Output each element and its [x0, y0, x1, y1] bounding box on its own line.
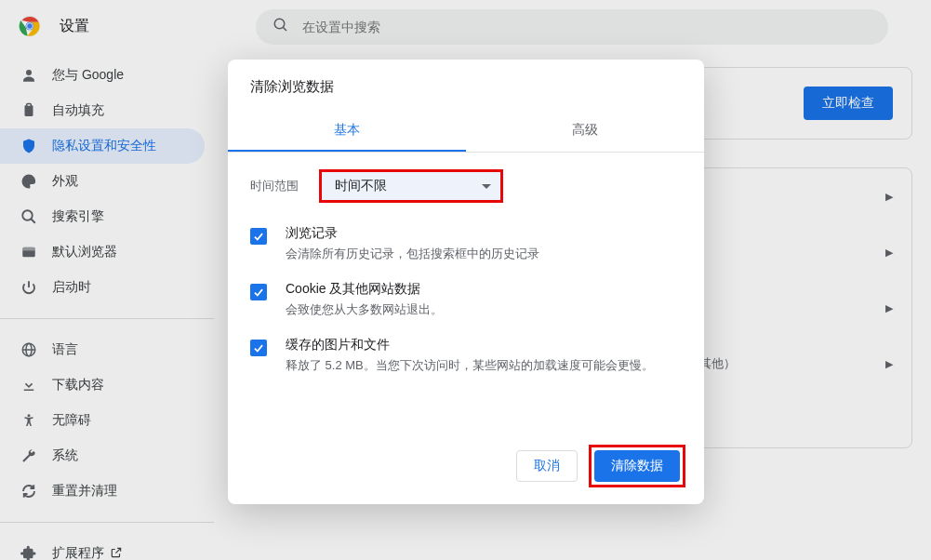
clear-button-highlight: 清除数据 [589, 445, 685, 487]
tab-basic[interactable]: 基本 [228, 111, 466, 152]
cookies-title: Cookie 及其他网站数据 [286, 281, 443, 298]
dialog-actions: 取消 清除数据 [228, 433, 704, 504]
clear-browsing-data-dialog: 清除浏览数据 基本 高级 时间范围 时间不限 浏览记录 会清除所有历史记录，包括… [228, 60, 704, 504]
checkbox-history[interactable] [250, 228, 267, 245]
checkbox-cache[interactable] [250, 340, 267, 356]
chevron-down-icon [482, 184, 491, 189]
history-title: 浏览记录 [286, 225, 539, 242]
time-range-value: 时间不限 [335, 178, 387, 194]
dialog-tabs: 基本 高级 [228, 111, 704, 153]
time-range-label: 时间范围 [250, 178, 319, 194]
tab-advanced[interactable]: 高级 [466, 111, 704, 152]
time-range-row: 时间范围 时间不限 [228, 153, 704, 216]
history-desc: 会清除所有历史记录，包括搜索框中的历史记录 [286, 246, 539, 262]
checkbox-row-cache[interactable]: 缓存的图片和文件 释放了 5.2 MB。当您下次访问时，某些网站的加载速度可能会… [228, 327, 704, 383]
clear-data-button[interactable]: 清除数据 [594, 450, 680, 482]
cache-title: 缓存的图片和文件 [286, 337, 654, 353]
checkbox-row-cookies[interactable]: Cookie 及其他网站数据 会致使您从大多数网站退出。 [228, 272, 704, 327]
checkbox-cookies[interactable] [250, 284, 267, 300]
cancel-button[interactable]: 取消 [516, 450, 578, 482]
cache-desc: 释放了 5.2 MB。当您下次访问时，某些网站的加载速度可能会更慢。 [286, 357, 654, 374]
dialog-title: 清除浏览数据 [228, 60, 704, 107]
cookies-desc: 会致使您从大多数网站退出。 [286, 301, 443, 318]
time-range-select[interactable]: 时间不限 [319, 169, 503, 203]
checkbox-row-history[interactable]: 浏览记录 会清除所有历史记录，包括搜索框中的历史记录 [228, 216, 704, 272]
